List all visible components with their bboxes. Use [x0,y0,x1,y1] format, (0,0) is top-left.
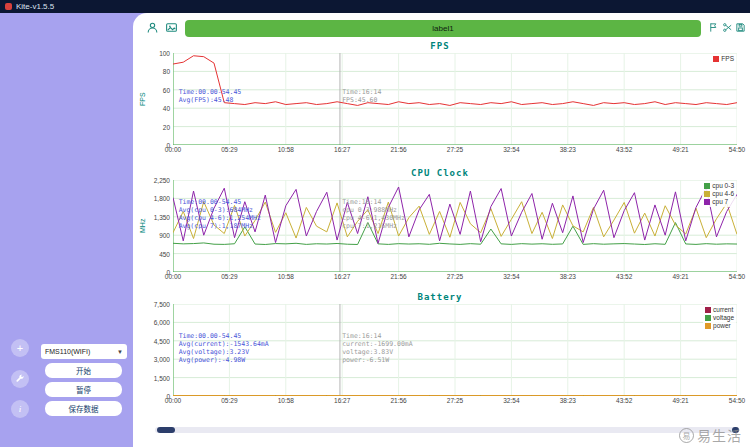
x-tick-label: 43:52 [616,273,632,280]
x-tick-label: 21:56 [390,273,406,280]
x-tick-label: 21:56 [390,397,406,404]
legend-item: current [705,306,734,314]
y-tick-label: 1,800 [154,195,170,202]
y-tick-label: 6,000 [154,319,170,326]
label-input[interactable]: label1 [185,20,701,37]
x-tick-label: 16:27 [334,146,350,153]
chart-title: CPU Clock [137,168,743,180]
chart-tooltip: Time:00.00-54.45Avg(cpu 0-3):684MHzAvg(c… [179,198,261,230]
legend-item: cpu 4-6 [704,190,734,198]
cpu-plot-area[interactable]: cpu 0-3cpu 4-6cpu 7Time:00.00-54.45Avg(c… [173,180,737,272]
legend-label: cpu 0-3 [712,182,734,190]
app-icon [5,3,12,10]
x-tick-label: 38:23 [560,397,576,404]
chart-tooltip: Time:00.00-54.45Avg(FPS):45.48 [179,88,242,104]
y-tick-label: 1,500 [154,374,170,381]
fps-chart: FPS FPS 020406080100 FPSTime:00.00-54.45… [137,41,743,154]
user-icon[interactable] [146,21,159,34]
x-tick-label: 43:52 [616,146,632,153]
legend-label: cpu 4-6 [712,190,734,198]
legend-item: cpu 0-3 [704,182,734,190]
fps-plot-area[interactable]: FPSTime:00.00-54.45Avg(FPS):45.48Time:16… [173,53,737,145]
scissors-icon[interactable] [722,22,733,33]
y-tick-label: 1,350 [154,213,170,220]
legend-item: voltage [705,314,734,322]
x-tick-label: 05:29 [221,397,237,404]
x-tick-label: 43:52 [616,397,632,404]
x-axis-ticks: 00:0005:2910:5816:2721:5627:2532:5438:23… [173,396,737,405]
x-tick-label: 10:58 [278,397,294,404]
pause-button[interactable]: 暂停 [45,382,122,397]
chevron-down-icon: ▼ [117,349,123,355]
x-tick-label: 54:50 [729,397,745,404]
device-select[interactable]: FMS110(WIFI) ▼ [41,344,127,359]
y-tick-label: 80 [163,68,170,75]
chart-tooltip: Time:16:14cpu 0-3:988MHzcpu 4-6:1,430MHz… [342,198,405,230]
x-tick-label: 10:58 [278,146,294,153]
y-tick-label: 450 [159,250,170,257]
battery-plot-area[interactable]: currentvoltagepowerTime:00.00-54.45Avg(c… [173,304,737,396]
y-tick-label: 900 [159,232,170,239]
y-axis-ticks: 04509001,3501,8002,250 [147,180,173,272]
chart-legend: FPS [711,54,736,64]
x-tick-label: 27:25 [447,146,463,153]
chart-tooltip: Time:16:14current:-1699.00mAvoltage:3.83… [342,332,412,364]
legend-item: power [705,322,734,330]
timeline-scrollbar-left-handle[interactable] [157,427,175,433]
watermark-logo-icon: 易 [679,428,694,443]
x-tick-label: 32:54 [503,146,519,153]
x-tick-label: 49:21 [672,146,688,153]
legend-item: FPS [713,55,734,63]
y-tick-label: 40 [163,105,170,112]
watermark-text: 易生活 [697,425,742,445]
y-axis-label [137,304,147,396]
y-axis-ticks: 020406080100 [147,53,173,145]
y-axis-label: MHz [137,180,147,272]
window-titlebar: Kite-v1.5.5 [0,0,750,13]
save-icon[interactable] [735,22,746,33]
chart-legend: currentvoltagepower [703,305,736,331]
add-button[interactable]: + [11,339,29,357]
x-tick-label: 32:54 [503,397,519,404]
chart-tooltip: Time:16:14FPS:45.60 [342,88,381,104]
timeline-scrollbar[interactable] [155,427,739,433]
y-tick-label: 20 [163,123,170,130]
legend-label: power [713,322,731,330]
legend-swatch [705,307,711,313]
legend-swatch [713,56,719,62]
x-tick-label: 27:25 [447,273,463,280]
info-icon: i [19,404,22,414]
save-data-button[interactable]: 保存数据 [45,401,122,416]
x-tick-label: 16:27 [334,397,350,404]
legend-swatch [704,183,710,189]
chart-tooltip: Time:00.00-54.45Avg(current):-1543.64mAA… [179,332,269,364]
wrench-icon [15,374,25,384]
x-tick-label: 49:21 [672,397,688,404]
x-axis-ticks: 00:0005:2910:5816:2721:5627:2532:5438:23… [173,145,737,154]
legend-label: voltage [713,314,734,322]
x-tick-label: 54:50 [729,146,745,153]
x-axis-ticks: 00:0005:2910:5816:2721:5627:2532:5438:23… [173,272,737,281]
y-axis-label: FPS [137,53,147,145]
flag-icon[interactable] [708,22,719,33]
x-tick-label: 54:50 [729,273,745,280]
start-button[interactable]: 开始 [45,363,122,378]
info-button[interactable]: i [11,400,29,418]
legend-swatch [704,199,710,205]
chart-title: Battery [137,292,743,304]
x-tick-label: 38:23 [560,273,576,280]
chart-legend: cpu 0-3cpu 4-6cpu 7 [702,181,736,207]
legend-swatch [705,315,711,321]
x-tick-label: 05:29 [221,146,237,153]
screenshot-icon[interactable] [165,21,178,34]
legend-label: FPS [721,55,734,63]
x-tick-label: 16:27 [334,273,350,280]
legend-item: cpu 7 [704,198,734,206]
legend-label: current [713,306,733,314]
x-tick-label: 27:25 [447,397,463,404]
tools-button[interactable] [11,370,29,388]
x-tick-label: 38:23 [560,146,576,153]
x-tick-label: 49:21 [672,273,688,280]
y-tick-label: 60 [163,86,170,93]
battery-chart: Battery 01,5003,0004,5006,0007,500 curre… [137,292,743,405]
